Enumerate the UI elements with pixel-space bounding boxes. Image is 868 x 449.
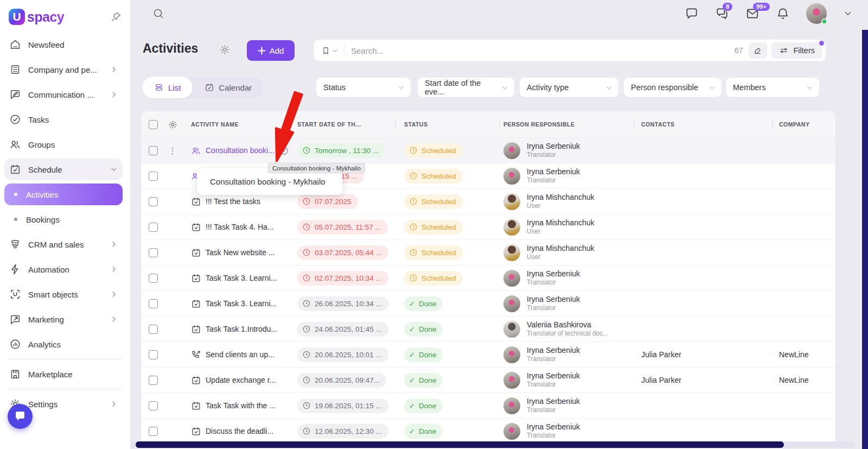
table-row[interactable]: Task New website ... 03.07.2025, 05:44 .… [141, 239, 835, 265]
table-row[interactable]: Task Task 3. Learni... 26.06.2025, 10:34… [141, 290, 835, 316]
filter-members[interactable]: Members [726, 78, 819, 97]
person-name[interactable]: Iryna Mishchanchuk [527, 193, 595, 203]
table-row[interactable]: Task Task 1.Introdu... 24.06.2025, 01:45… [141, 316, 835, 342]
mail-icon[interactable]: 99+ [745, 7, 760, 21]
person-name[interactable]: Iryna Serbeniuk [527, 346, 580, 356]
row-checkbox[interactable] [149, 146, 158, 155]
person-name[interactable]: Iryna Serbeniuk [527, 397, 580, 407]
support-chat-button[interactable] [8, 404, 33, 429]
activity-name-link[interactable]: Task Task 3. Learni... [206, 299, 277, 308]
clear-search-button[interactable] [749, 42, 767, 59]
filter-person-responsible[interactable]: Person responsible [624, 78, 722, 97]
column-header-start-date[interactable]: START DATE OF TH... [297, 121, 396, 128]
row-checkbox[interactable] [149, 350, 158, 359]
sidebar-item-groups[interactable]: Groups [4, 134, 123, 155]
brand-logo-icon[interactable]: U [9, 9, 25, 25]
filter-start-date[interactable]: Start date of the eve... [418, 78, 514, 97]
activity-name-link[interactable]: Send clients an up... [206, 350, 275, 359]
activity-name-link[interactable]: Task Task 3. Learni... [206, 274, 277, 282]
filter-activity-type[interactable]: Activity type [520, 78, 618, 97]
row-checkbox[interactable] [149, 427, 158, 436]
filter-status[interactable]: Status [316, 78, 411, 97]
tab-list[interactable]: List [142, 77, 193, 98]
table-row[interactable]: Discuss the deadli... 12.06.2025, 12:30 … [141, 418, 835, 444]
add-button[interactable]: Add [247, 40, 295, 61]
column-header-activity-name[interactable]: ACTIVITY NAME [191, 121, 297, 128]
activity-name-link[interactable]: Task Task with the ... [206, 401, 276, 410]
person-name[interactable]: Iryna Serbeniuk [527, 422, 580, 432]
comments-icon[interactable] [685, 7, 699, 21]
activity-name-link[interactable]: Consultation booki... [206, 146, 275, 155]
table-row[interactable]: Send clients an up... 20.06.2025, 10:01 … [141, 342, 835, 367]
table-row[interactable]: Update exchange r... 20.06.2025, 09:47..… [141, 367, 835, 393]
activity-name-link[interactable]: !!! Task Task 4. Ha... [206, 223, 274, 231]
sidebar-item-activities[interactable]: Activities [4, 184, 123, 205]
row-checkbox[interactable] [149, 299, 158, 308]
filters-button[interactable]: Filters [771, 42, 822, 59]
table-row[interactable]: ⋮ Consultation booki... Tomorrow , 11:30… [141, 137, 835, 163]
activity-name-link[interactable]: Update exchange r... [206, 376, 276, 384]
sidebar-item-tasks[interactable]: Tasks [4, 109, 123, 130]
sidebar-item-smart-objects[interactable]: Smart objects [4, 283, 123, 305]
sidebar-item-communication[interactable]: Communication ... [4, 84, 123, 105]
sidebar-item-schedule[interactable]: Schedule [4, 159, 123, 180]
row-checkbox[interactable] [149, 401, 158, 410]
column-header-status[interactable]: STATUS [396, 121, 500, 128]
sidebar-item-crm-and-sales[interactable]: CRM and sales [4, 233, 123, 255]
horizontal-scrollbar[interactable] [130, 441, 862, 448]
table-row[interactable]: Task Task 3. Learni... 02.07.2025, 10:34… [141, 265, 835, 290]
scrollbar-thumb[interactable] [136, 441, 784, 448]
pin-sidebar-icon[interactable] [111, 11, 122, 22]
brand-logo-text[interactable]: spacy [27, 9, 64, 25]
activity-name-link[interactable]: Discuss the deadli... [206, 427, 273, 435]
person-name[interactable]: Iryna Mishchanchuk [527, 218, 595, 228]
sidebar-item-newsfeed[interactable]: Newsfeed [4, 34, 123, 55]
person-name[interactable]: Iryna Serbeniuk [527, 167, 580, 177]
person-name[interactable]: Iryna Mishchanchuk [527, 244, 595, 254]
sidebar-item-marketing[interactable]: Marketing [4, 308, 123, 330]
sidebar-item-company-and-pe[interactable]: Company and pe... [4, 59, 123, 80]
column-header-person[interactable]: PERSON RESPONSIBLE [500, 121, 635, 128]
complete-check-circle-icon[interactable] [279, 146, 289, 156]
person-name[interactable]: Iryna Serbeniuk [527, 295, 580, 305]
messenger-icon[interactable]: 8 [715, 7, 729, 21]
saved-filters-bookmark[interactable] [314, 43, 344, 58]
activity-name-link[interactable]: Task Task 1.Introdu... [206, 325, 277, 333]
global-search-icon[interactable] [152, 7, 165, 20]
notifications-bell-icon[interactable] [776, 7, 790, 21]
table-row[interactable]: Task Task with the ... 19.06.2025, 01:15… [141, 393, 835, 418]
person-name[interactable]: Iryna Serbeniuk [527, 371, 580, 381]
table-row[interactable]: !!! Task Task 4. Ha... 05.07.2025, 11:57… [141, 214, 835, 239]
column-header-company[interactable]: COMPANY [773, 121, 835, 128]
page-settings-gear-icon[interactable] [219, 44, 231, 55]
person-name[interactable]: Iryna Serbeniuk [527, 142, 580, 151]
company-name[interactable]: NewLine [773, 350, 835, 359]
tab-calendar[interactable]: Calendar [193, 77, 264, 98]
row-checkbox[interactable] [149, 325, 158, 334]
contact-name[interactable]: Julia Parker [635, 350, 773, 359]
vertical-scrollbar[interactable] [862, 30, 868, 449]
user-avatar[interactable] [806, 3, 827, 24]
row-menu-kebab-icon[interactable]: ⋮ [165, 146, 180, 156]
profile-chevron-down-icon[interactable] [843, 9, 853, 18]
table-settings-gear-icon[interactable] [168, 119, 178, 130]
row-checkbox[interactable] [149, 197, 158, 206]
sidebar-item-bookings[interactable]: Bookings [4, 208, 123, 230]
activity-name-link[interactable]: Task New website ... [206, 248, 275, 257]
row-checkbox[interactable] [149, 274, 158, 283]
column-header-contacts[interactable]: CONTACTS [635, 121, 773, 128]
sidebar-item-automation[interactable]: Automation [4, 258, 123, 280]
sidebar-item-analytics[interactable]: Analytics [4, 333, 123, 355]
select-all-checkbox[interactable] [149, 120, 158, 129]
activity-name-link[interactable]: !!! Test the tasks [206, 197, 260, 206]
row-checkbox[interactable] [149, 376, 158, 385]
company-name[interactable]: NewLine [773, 376, 835, 384]
person-name[interactable]: Iryna Serbeniuk [527, 269, 580, 279]
row-checkbox[interactable] [149, 248, 158, 257]
sidebar-item-marketplace[interactable]: Marketplace [4, 363, 123, 385]
person-name[interactable]: Valeriia Bashkirova [527, 320, 608, 330]
search-input[interactable] [344, 46, 735, 55]
row-checkbox[interactable] [149, 172, 158, 181]
row-checkbox[interactable] [149, 223, 158, 232]
contact-name[interactable]: Julia Parker [635, 376, 773, 384]
